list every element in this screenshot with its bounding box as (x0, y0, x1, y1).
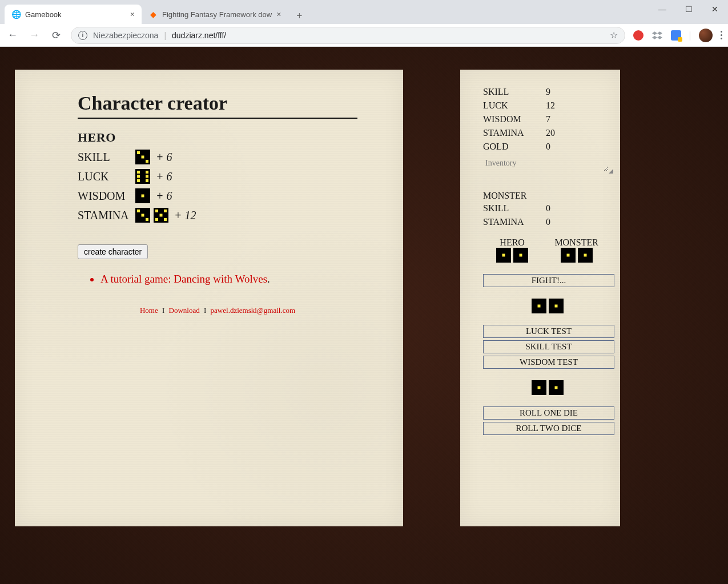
forward-button[interactable]: → (27, 29, 41, 42)
google-translate-icon[interactable] (671, 30, 681, 41)
stat-value: 0 (546, 203, 612, 214)
globe-icon: 🌐 (11, 10, 21, 19)
die-icon (532, 299, 546, 313)
stat-value: 20 (546, 128, 612, 138)
site-info-icon[interactable]: i (78, 31, 87, 40)
stat-value: 0 (546, 142, 612, 152)
stat-label: GOLD (483, 142, 546, 152)
hero-stat-grid: SKILL 9 LUCK 12 WISDOM 7 STAMINA 20 GOLD… (483, 87, 612, 152)
roll-dice (483, 380, 612, 395)
inventory-textarea[interactable] (483, 158, 609, 171)
maximize-button[interactable]: ☐ (675, 0, 702, 18)
die-icon (135, 208, 150, 223)
close-icon[interactable]: × (130, 10, 135, 19)
roll-one-die-button[interactable]: ROLL ONE DIE (483, 406, 614, 420)
stat-value: 7 (546, 114, 612, 124)
combat-header: HERO MONSTER (483, 237, 612, 263)
minimize-button[interactable]: — (649, 0, 675, 18)
roll-two-dice-button[interactable]: ROLL TWO DICE (483, 422, 614, 435)
new-tab-button[interactable]: + (291, 8, 307, 24)
die-icon (496, 248, 511, 263)
stat-row-wisdom: WISDOM + 6 (78, 188, 357, 203)
stat-label: SKILL (483, 203, 546, 214)
die-icon (135, 150, 150, 164)
stat-row-skill: SKILL + 6 (78, 150, 357, 164)
stat-label: LUCK (78, 170, 132, 183)
security-label: Niezabezpieczona (93, 31, 158, 40)
bookmark-star-icon[interactable]: ☆ (610, 30, 618, 41)
close-window-button[interactable]: ✕ (702, 0, 728, 18)
fight-button[interactable]: FIGHT!... (483, 274, 614, 287)
tab-strip: 🌐 Gamebook × ◆ Fighting Fantasy Framewor… (0, 0, 728, 24)
footer-home-link[interactable]: Home (140, 306, 158, 315)
combat-monster-label: MONSTER (554, 237, 598, 248)
sourceforge-icon: ◆ (148, 10, 158, 19)
stat-label: WISDOM (483, 114, 546, 124)
back-button[interactable]: ← (6, 29, 19, 42)
reload-button[interactable]: ⟳ (49, 29, 63, 42)
stat-value: 0 (546, 217, 612, 227)
stat-value: 12 (546, 100, 612, 111)
monster-heading: MONSTER (483, 191, 612, 201)
hero-heading: HERO (78, 130, 357, 145)
browser-chrome: 🌐 Gamebook × ◆ Fighting Fantasy Framewor… (0, 0, 728, 47)
character-creator-panel: Character creator HERO SKILL + 6 LUCK + … (15, 70, 403, 526)
close-icon[interactable]: × (276, 10, 281, 19)
stat-label: SKILL (483, 87, 546, 97)
url-text: dudziarz.net/fff/ (172, 31, 226, 40)
footer-download-link[interactable]: Download (169, 306, 200, 315)
tutorial-link[interactable]: A tutorial game: Dancing with Wolves. (100, 273, 357, 285)
character-sheet-panel: SKILL 9 LUCK 12 WISDOM 7 STAMINA 20 GOLD… (460, 70, 620, 526)
stat-label: STAMINA (78, 209, 132, 222)
dropbox-icon[interactable] (651, 30, 663, 41)
browser-menu-icon[interactable] (721, 31, 722, 39)
create-character-button[interactable]: create character (78, 244, 148, 259)
footer-email-link[interactable]: pawel.dziemski@gmail.com (211, 306, 295, 315)
page-viewport: Character creator HERO SKILL + 6 LUCK + … (0, 47, 728, 584)
die-icon (549, 380, 564, 395)
stat-label: STAMINA (483, 128, 546, 138)
extension-icons: | (633, 29, 722, 42)
stat-bonus: + 6 (156, 190, 172, 203)
stat-bonus: + 6 (156, 170, 172, 183)
stat-label: SKILL (78, 151, 132, 164)
wisdom-test-button[interactable]: WISDOM TEST (483, 356, 614, 369)
profile-avatar[interactable] (699, 29, 713, 42)
stat-bonus: + 6 (156, 151, 172, 164)
luck-test-button[interactable]: LUCK TEST (483, 325, 614, 338)
stat-row-stamina: STAMINA + 12 (78, 208, 357, 223)
tab-title: Fighting Fantasy Framework dow (162, 10, 272, 19)
die-icon (532, 380, 546, 395)
combat-hero-label: HERO (496, 237, 528, 248)
die-icon (549, 299, 564, 313)
tab-fff[interactable]: ◆ Fighting Fantasy Framework dow × (142, 5, 288, 24)
footer-links: Home I Download I pawel.dziemski@gmail.c… (78, 306, 357, 315)
die-icon (135, 188, 150, 203)
die-icon (513, 248, 528, 263)
tab-title: Gamebook (25, 10, 126, 19)
stat-label: WISDOM (78, 190, 132, 203)
tab-gamebook[interactable]: 🌐 Gamebook × (5, 5, 142, 24)
die-icon (135, 169, 150, 184)
stat-bonus: + 12 (174, 209, 196, 222)
skill-test-button[interactable]: SKILL TEST (483, 340, 614, 353)
page-title: Character creator (78, 92, 357, 119)
window-controls: — ☐ ✕ (649, 0, 728, 18)
stat-row-luck: LUCK + 6 (78, 169, 357, 184)
stat-label: STAMINA (483, 217, 546, 227)
address-bar[interactable]: i Niezabezpieczona | dudziarz.net/fff/ ☆ (71, 27, 625, 44)
die-icon (578, 248, 593, 263)
test-dice (483, 299, 612, 313)
die-icon (561, 248, 576, 263)
adblock-icon[interactable] (633, 30, 643, 41)
stat-label: LUCK (483, 100, 546, 111)
stat-value: 9 (546, 87, 612, 97)
die-icon (154, 208, 168, 223)
browser-toolbar: ← → ⟳ i Niezabezpieczona | dudziarz.net/… (0, 24, 728, 47)
monster-stat-grid: SKILL 0 STAMINA 0 (483, 203, 612, 227)
